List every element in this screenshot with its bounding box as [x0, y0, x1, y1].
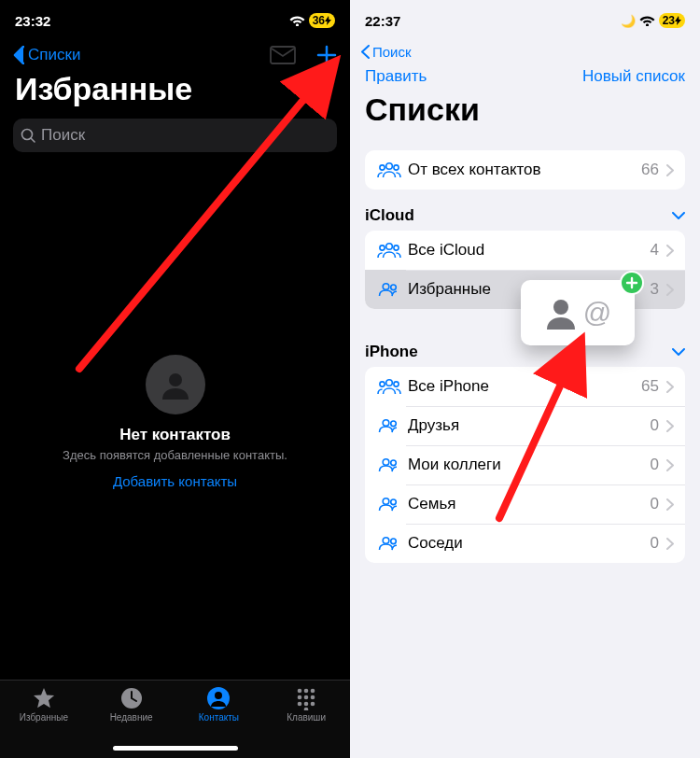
svg-point-34 — [391, 539, 397, 544]
tab-keypad[interactable]: Клавиши — [262, 686, 350, 758]
row-label: Все iPhone — [408, 377, 641, 396]
list-row[interactable]: Соседи0 — [365, 524, 685, 563]
svg-point-10 — [304, 695, 309, 700]
svg-point-15 — [304, 708, 309, 710]
plus-badge-icon — [620, 271, 644, 295]
plus-icon[interactable] — [316, 45, 337, 65]
svg-point-21 — [394, 246, 399, 250]
chevron-right-icon — [666, 284, 674, 296]
svg-point-14 — [311, 702, 315, 707]
edit-button[interactable]: Править — [365, 67, 427, 86]
group-two-icon — [376, 497, 402, 512]
list-row[interactable]: Все iCloud4 — [365, 231, 685, 270]
list-row-all-contacts[interactable]: От всех контактов 66 — [365, 150, 685, 190]
search-back-label: Поиск — [372, 44, 412, 60]
mail-icon[interactable] — [270, 46, 296, 64]
search-back-button[interactable]: Поиск — [350, 41, 700, 62]
svg-point-5 — [215, 692, 222, 699]
list-row[interactable]: Семья0 — [365, 484, 685, 524]
search-icon — [21, 128, 35, 143]
page-title: Списки — [350, 91, 700, 137]
svg-point-12 — [298, 702, 302, 707]
chevron-down-icon[interactable] — [672, 206, 685, 225]
row-label: Мои коллеги — [408, 456, 651, 474]
tab-label: Клавиши — [287, 712, 326, 723]
new-list-button[interactable]: Новый список — [582, 67, 685, 86]
svg-point-27 — [383, 420, 389, 427]
row-count: 0 — [651, 456, 659, 474]
row-count: 0 — [651, 534, 659, 553]
row-count: 65 — [641, 377, 659, 396]
svg-point-9 — [298, 695, 302, 700]
chevron-right-icon — [666, 420, 674, 432]
group-two-icon — [376, 457, 402, 472]
tab-label: Недавние — [110, 712, 153, 723]
battery-badge: 23 — [659, 13, 685, 28]
section-title: iCloud — [365, 206, 414, 225]
home-indicator — [113, 746, 238, 751]
list-row[interactable]: Мои коллеги0 — [365, 445, 685, 484]
chevron-right-icon — [666, 498, 674, 511]
svg-point-16 — [386, 163, 393, 170]
list-row[interactable]: Друзья0 — [365, 406, 685, 445]
section-card: Все iPhone65Друзья0Мои коллеги0Семья0Сос… — [365, 367, 685, 563]
row-label: От всех контактов — [408, 161, 641, 179]
svg-point-26 — [394, 382, 399, 386]
at-symbol-icon: @ — [583, 297, 611, 329]
status-time: 23:32 — [15, 13, 50, 29]
chevron-right-icon — [666, 538, 674, 550]
svg-point-33 — [383, 538, 389, 544]
row-count: 66 — [641, 161, 659, 179]
chevron-right-icon — [666, 459, 674, 471]
group-three-icon — [376, 242, 402, 259]
nav-bar: Править Новый список — [350, 62, 700, 91]
chevron-right-icon — [666, 164, 674, 176]
wifi-icon — [639, 15, 655, 26]
svg-point-2 — [169, 373, 182, 386]
row-label: Семья — [408, 495, 651, 513]
screen-favorites-dark: 23:32 36 Списки Избранные Поиск — [0, 0, 350, 758]
status-bar: 22:37 🌙 23 — [350, 0, 700, 41]
back-button[interactable]: Списки — [13, 46, 80, 64]
tab-label: Избранные — [20, 712, 68, 723]
svg-point-17 — [380, 165, 385, 170]
page-title: Избранные — [0, 71, 350, 115]
tab-label: Контакты — [199, 712, 239, 723]
svg-point-8 — [311, 689, 315, 694]
avatar-placeholder-icon — [146, 355, 205, 414]
svg-point-13 — [304, 702, 309, 707]
nav-bar: Списки — [0, 41, 350, 71]
status-time: 22:37 — [365, 13, 400, 29]
svg-point-20 — [380, 246, 385, 250]
svg-point-22 — [383, 284, 389, 290]
row-label: Все iCloud — [408, 241, 651, 260]
all-contacts-card: От всех контактов 66 — [365, 150, 685, 190]
svg-point-29 — [383, 459, 389, 466]
row-count: 0 — [651, 416, 659, 435]
empty-state: Нет контактов Здесь появятся добавленные… — [0, 355, 350, 489]
drag-contact-card[interactable]: @ — [521, 280, 635, 345]
back-label: Списки — [28, 46, 80, 64]
wifi-icon — [289, 15, 305, 26]
svg-point-7 — [304, 689, 309, 694]
section-header: iPhone — [350, 343, 700, 367]
svg-point-23 — [391, 285, 397, 290]
list-row[interactable]: Все iPhone65 — [365, 367, 685, 406]
svg-point-18 — [394, 165, 399, 170]
row-label: Друзья — [408, 416, 651, 435]
svg-point-24 — [386, 380, 393, 386]
search-input[interactable]: Поиск — [13, 119, 337, 152]
battery-badge: 36 — [309, 13, 335, 28]
empty-subtitle: Здесь появятся добавленные контакты. — [63, 448, 287, 462]
svg-point-32 — [391, 499, 397, 505]
svg-point-35 — [553, 300, 568, 315]
status-bar: 23:32 36 — [0, 0, 350, 41]
add-contacts-link[interactable]: Добавить контакты — [113, 473, 237, 489]
group-two-icon — [376, 282, 402, 297]
dnd-icon: 🌙 — [621, 14, 636, 28]
svg-point-28 — [391, 421, 397, 427]
screen-lists-light: 22:37 🌙 23 Поиск Править Новый список Сп… — [350, 0, 700, 758]
tab-favorites[interactable]: Избранные — [0, 686, 88, 758]
chevron-down-icon[interactable] — [672, 343, 685, 361]
row-label: Соседи — [408, 534, 651, 553]
